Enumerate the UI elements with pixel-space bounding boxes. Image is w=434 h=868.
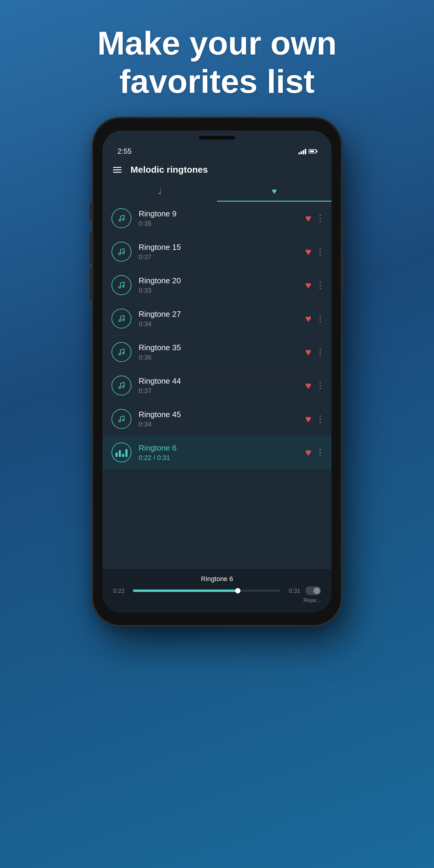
more-options-button[interactable] bbox=[318, 447, 322, 458]
ringtone-name: Ringtone 6 bbox=[138, 443, 305, 453]
list-item[interactable]: Ringtone 20 0:33 ♥ bbox=[102, 269, 332, 302]
repeat-toggle[interactable] bbox=[305, 587, 321, 595]
svg-point-8 bbox=[119, 353, 121, 355]
favorite-button[interactable]: ♥ bbox=[305, 313, 311, 324]
ringtone-list: Ringtone 9 0:35 ♥ bbox=[102, 202, 332, 569]
ringtone-duration: 0:34 bbox=[138, 421, 305, 428]
svg-point-4 bbox=[119, 286, 121, 288]
status-icons bbox=[299, 148, 316, 154]
music-icon-circle bbox=[112, 375, 131, 396]
heart-tab-icon: ♥ bbox=[272, 187, 277, 196]
repeat-thumb bbox=[313, 587, 320, 594]
ringtone-info: Ringtone 35 0:36 bbox=[138, 343, 305, 361]
ringtone-duration: 0:34 bbox=[138, 320, 305, 328]
music-note-icon bbox=[116, 313, 127, 324]
ringtone-actions: ♥ bbox=[305, 380, 322, 392]
status-time: 2:55 bbox=[118, 147, 132, 156]
svg-point-3 bbox=[122, 252, 124, 254]
music-note-icon bbox=[116, 213, 127, 223]
ringtone-duration: 0:37 bbox=[138, 253, 305, 261]
list-item[interactable]: Ringtone 9 0:35 ♥ bbox=[102, 202, 332, 235]
power-button bbox=[341, 221, 344, 245]
music-icon-circle bbox=[112, 275, 131, 295]
player-extra: Repe... bbox=[113, 596, 321, 604]
music-note-icon: ♩ bbox=[158, 186, 162, 196]
player-controls: 0:22 0:31 bbox=[113, 587, 321, 595]
hero-section: Make your own favorites list bbox=[97, 24, 337, 100]
svg-point-13 bbox=[122, 419, 124, 421]
music-icon-circle bbox=[112, 409, 131, 429]
list-item[interactable]: Ringtone 45 0:34 ♥ bbox=[102, 402, 332, 436]
hero-title: Make your own favorites list bbox=[97, 24, 337, 100]
silent-button bbox=[90, 203, 93, 221]
ringtone-name: Ringtone 9 bbox=[138, 209, 305, 218]
ringtone-info: Ringtone 6 0:22 / 0:31 bbox=[138, 443, 305, 462]
ringtone-actions: ♥ bbox=[305, 346, 322, 358]
ringtone-info: Ringtone 44 0:37 bbox=[138, 376, 305, 395]
menu-button[interactable] bbox=[113, 167, 121, 173]
favorite-button[interactable]: ♥ bbox=[305, 413, 311, 425]
ringtone-info: Ringtone 27 0:34 bbox=[138, 310, 305, 328]
list-item-playing[interactable]: Ringtone 6 0:22 / 0:31 ♥ bbox=[102, 436, 332, 469]
favorite-button[interactable]: ♥ bbox=[305, 246, 311, 258]
ringtone-duration: 0:33 bbox=[138, 287, 305, 294]
tab-all-ringtones[interactable]: ♩ bbox=[102, 181, 217, 202]
music-icon-circle bbox=[112, 342, 131, 362]
ringtone-info: Ringtone 45 0:34 bbox=[138, 410, 305, 428]
favorite-button[interactable]: ♥ bbox=[305, 447, 311, 458]
list-item[interactable]: Ringtone 15 0:37 ♥ bbox=[102, 235, 332, 269]
svg-point-5 bbox=[122, 285, 124, 287]
progress-fill bbox=[133, 590, 238, 592]
more-options-button[interactable] bbox=[318, 313, 322, 324]
ringtone-info: Ringtone 20 0:33 bbox=[138, 276, 305, 294]
repeat-label: Repe... bbox=[304, 597, 321, 604]
player-bar: Ringtone 6 0:22 0:31 Repe... bbox=[102, 569, 332, 613]
phone-mockup: 2:55 bbox=[93, 119, 341, 625]
ringtone-actions: ♥ bbox=[305, 447, 322, 458]
phone-screen: 2:55 bbox=[102, 130, 332, 613]
app-title: Melodic ringtones bbox=[130, 164, 208, 175]
music-icon-circle bbox=[112, 242, 131, 261]
svg-point-9 bbox=[122, 352, 124, 354]
ringtone-duration: 0:37 bbox=[138, 387, 305, 395]
volume-down-button bbox=[90, 269, 93, 299]
tab-favorites[interactable]: ♥ bbox=[217, 181, 332, 202]
svg-point-12 bbox=[119, 420, 121, 422]
more-options-button[interactable] bbox=[318, 213, 322, 224]
svg-point-10 bbox=[119, 387, 121, 389]
list-item[interactable]: Ringtone 44 0:37 ♥ bbox=[102, 369, 332, 402]
more-options-button[interactable] bbox=[318, 280, 322, 290]
ringtone-name: Ringtone 45 bbox=[138, 410, 305, 419]
ringtone-info: Ringtone 9 0:35 bbox=[138, 209, 305, 227]
progress-bar[interactable] bbox=[133, 590, 281, 592]
music-note-icon bbox=[116, 280, 127, 290]
tab-bar: ♩ ♥ bbox=[102, 181, 332, 202]
tab-active-indicator bbox=[217, 201, 332, 202]
svg-point-6 bbox=[119, 320, 121, 321]
ringtone-name: Ringtone 20 bbox=[138, 276, 305, 285]
ringtone-duration: 0:22 / 0:31 bbox=[138, 454, 305, 462]
ringtone-actions: ♥ bbox=[305, 246, 322, 258]
music-note-icon bbox=[116, 414, 127, 424]
favorite-button[interactable]: ♥ bbox=[305, 213, 311, 224]
svg-point-11 bbox=[122, 386, 124, 388]
volume-up-button bbox=[90, 233, 93, 263]
signal-icon bbox=[299, 148, 306, 154]
progress-thumb bbox=[235, 588, 241, 593]
more-options-button[interactable] bbox=[318, 414, 322, 424]
more-options-button[interactable] bbox=[318, 247, 322, 257]
favorite-button[interactable]: ♥ bbox=[305, 380, 311, 392]
equalizer-icon bbox=[116, 448, 127, 457]
favorite-button[interactable]: ♥ bbox=[305, 346, 311, 358]
ringtone-name: Ringtone 44 bbox=[138, 376, 305, 386]
more-options-button[interactable] bbox=[318, 347, 322, 358]
ringtone-info: Ringtone 15 0:37 bbox=[138, 243, 305, 261]
svg-point-0 bbox=[119, 219, 121, 221]
music-note-icon bbox=[116, 380, 127, 391]
ringtone-name: Ringtone 35 bbox=[138, 343, 305, 352]
favorite-button[interactable]: ♥ bbox=[305, 279, 311, 291]
list-item[interactable]: Ringtone 27 0:34 ♥ bbox=[102, 302, 332, 336]
more-options-button[interactable] bbox=[318, 380, 322, 391]
equalizer-circle bbox=[112, 442, 131, 462]
list-item[interactable]: Ringtone 35 0:36 ♥ bbox=[102, 336, 332, 369]
